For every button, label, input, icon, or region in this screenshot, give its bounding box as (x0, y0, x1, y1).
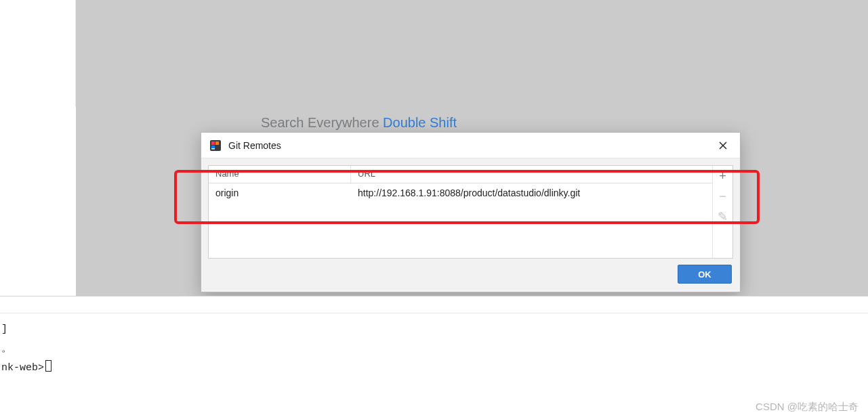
intellij-icon (209, 139, 222, 152)
watermark: CSDN @吃素的哈士奇 (756, 401, 859, 414)
dialog-title: Git Remotes (228, 140, 281, 151)
ok-button[interactable]: OK (678, 265, 732, 284)
close-icon (719, 141, 727, 150)
left-gutter (0, 0, 76, 107)
pencil-icon: ✎ (718, 209, 728, 224)
column-name[interactable]: Name (209, 166, 351, 183)
terminal-panel[interactable]: ] 。 nk-web> (0, 313, 868, 419)
search-everywhere-hint: Search Everywhere Double Shift (261, 115, 457, 131)
side-toolbar: + − ✎ (712, 166, 732, 258)
search-shortcut: Double Shift (383, 115, 457, 130)
table-row[interactable]: origin http://192.168.1.91:8088/product/… (209, 183, 712, 202)
search-label: Search Everywhere (261, 115, 383, 130)
terminal-line: nk-web> (1, 359, 867, 378)
dialog-footer: OK (678, 265, 732, 284)
add-button[interactable]: + (713, 166, 733, 186)
dialog-body: Name URL origin http://192.168.1.91:8088… (201, 158, 740, 264)
close-button[interactable] (713, 135, 733, 156)
remote-name: origin (209, 185, 351, 200)
remotes-table: Name URL origin http://192.168.1.91:8088… (208, 165, 733, 259)
dialog-titlebar[interactable]: Git Remotes (201, 133, 740, 158)
remove-button[interactable]: − (713, 186, 733, 206)
terminal-cursor (45, 360, 51, 372)
svg-rect-4 (211, 148, 215, 150)
edit-button[interactable]: ✎ (713, 206, 733, 227)
git-remotes-dialog: Git Remotes Name URL origin http://192.1… (201, 132, 741, 292)
plus-icon: + (719, 169, 726, 183)
svg-rect-2 (215, 141, 219, 145)
remote-url: http://192.168.1.91:8088/product/datastu… (351, 185, 712, 200)
terminal-line: ] (1, 320, 867, 340)
column-url[interactable]: URL (351, 166, 712, 183)
minus-icon: − (719, 190, 726, 204)
svg-rect-1 (211, 141, 215, 145)
terminal-tabbar[interactable] (0, 296, 868, 313)
table-header: Name URL (209, 166, 712, 183)
terminal-line: 。 (1, 340, 867, 359)
